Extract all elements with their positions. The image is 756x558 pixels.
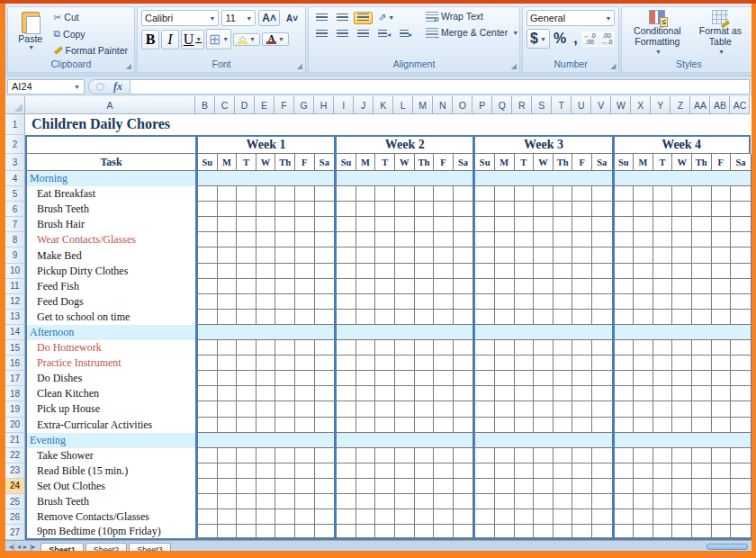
day-cell-W-row-22[interactable] — [534, 448, 554, 464]
day-cell-Sa-row-11[interactable] — [592, 279, 612, 294]
day-cell-W-row-11[interactable] — [256, 279, 276, 294]
day-cell-Su-row-18[interactable] — [337, 386, 356, 401]
day-cell-M-row-14[interactable] — [356, 325, 376, 340]
row-header-19[interactable]: 19 — [5, 401, 25, 417]
day-header-W[interactable]: W — [256, 154, 276, 171]
day-cell-T-row-23[interactable] — [515, 464, 535, 479]
day-cell-F-row-18[interactable] — [434, 386, 454, 401]
clipboard-dialog-launcher-icon[interactable]: ◢ — [126, 63, 131, 70]
row-header-20[interactable]: 20 — [5, 418, 25, 433]
day-cell-Th-row-8[interactable] — [275, 232, 295, 248]
day-cell-W-row-6[interactable] — [672, 202, 692, 217]
day-cell-Sa-row-26[interactable] — [454, 509, 473, 525]
day-cell-T-row-11[interactable] — [653, 279, 673, 294]
day-cell-Sa-row-9[interactable] — [315, 248, 335, 263]
number-dialog-launcher-icon[interactable]: ◢ — [610, 63, 616, 70]
day-cell-Su-row-21[interactable] — [198, 433, 218, 448]
day-cell-F-row-18[interactable] — [712, 386, 732, 401]
day-cell-F-row-17[interactable] — [572, 371, 592, 386]
day-cell-F-row-9[interactable] — [712, 248, 732, 263]
day-cell-M-row-10[interactable] — [218, 264, 238, 279]
day-cell-Th-row-18[interactable] — [275, 386, 295, 401]
day-cell-Su-row-25[interactable] — [337, 494, 356, 509]
day-cell-F-row-5[interactable] — [712, 186, 732, 202]
day-cell-W-row-23[interactable] — [534, 464, 554, 479]
day-cell-Sa-row-19[interactable] — [454, 401, 473, 417]
day-cell-Sa-row-20[interactable] — [592, 418, 612, 433]
day-cell-W-row-27[interactable] — [672, 525, 692, 538]
day-cell-F-row-11[interactable] — [712, 279, 732, 294]
day-cell-F-row-11[interactable] — [434, 279, 454, 294]
row-header-9[interactable]: 9 — [5, 248, 25, 263]
day-cell-Sa-row-12[interactable] — [454, 294, 473, 310]
format-painter-button[interactable]: Format Painter — [51, 44, 130, 57]
day-cell-Th-row-4[interactable] — [275, 171, 295, 186]
day-cell-W-row-13[interactable] — [256, 310, 276, 325]
day-cell-Th-row-22[interactable] — [415, 448, 435, 464]
day-cell-Su-row-13[interactable] — [615, 310, 634, 325]
day-cell-T-row-12[interactable] — [375, 294, 395, 310]
day-cell-W-row-19[interactable] — [672, 401, 692, 417]
first-sheet-icon[interactable]: ◂| — [9, 543, 14, 551]
day-cell-F-row-18[interactable] — [295, 386, 315, 401]
paste-button[interactable]: Paste ▼ — [12, 10, 50, 58]
task-cell[interactable]: Read Bible (15 min.) — [25, 464, 195, 479]
day-cell-W-row-4[interactable] — [256, 171, 276, 186]
day-cell-Su-row-23[interactable] — [337, 464, 356, 479]
day-cell-T-row-18[interactable] — [653, 386, 673, 401]
day-cell-Sa-row-15[interactable] — [315, 340, 335, 356]
day-cell-M-row-25[interactable] — [634, 494, 653, 509]
day-cell-M-row-11[interactable] — [356, 279, 376, 294]
day-cell-Su-row-27[interactable] — [615, 525, 634, 538]
column-header-B[interactable]: B — [195, 96, 215, 114]
day-cell-Su-row-23[interactable] — [475, 464, 495, 479]
column-header-X[interactable]: X — [631, 96, 651, 114]
day-cell-Sa-row-10[interactable] — [454, 264, 473, 279]
day-cell-Th-row-20[interactable] — [692, 418, 712, 433]
day-cell-Sa-row-5[interactable] — [731, 186, 751, 202]
day-cell-Sa-row-18[interactable] — [731, 386, 751, 401]
day-cell-Sa-row-20[interactable] — [454, 418, 473, 433]
day-cell-W-row-18[interactable] — [672, 386, 692, 401]
day-cell-W-row-13[interactable] — [395, 310, 415, 325]
day-cell-T-row-27[interactable] — [515, 525, 535, 538]
day-cell-F-row-17[interactable] — [434, 371, 454, 386]
day-cell-T-row-19[interactable] — [653, 401, 673, 417]
day-cell-Su-row-15[interactable] — [475, 340, 495, 356]
day-cell-F-row-25[interactable] — [572, 494, 592, 509]
day-cell-Th-row-25[interactable] — [554, 494, 573, 509]
day-cell-Su-row-16[interactable] — [475, 356, 495, 371]
day-cell-Su-row-26[interactable] — [198, 509, 218, 525]
task-cell[interactable]: Get to school on time — [25, 310, 195, 325]
bold-button[interactable]: B — [141, 30, 159, 50]
day-cell-T-row-13[interactable] — [653, 310, 673, 325]
day-cell-M-row-20[interactable] — [218, 418, 238, 433]
day-cell-M-row-22[interactable] — [495, 448, 515, 464]
day-cell-Th-row-10[interactable] — [415, 264, 435, 279]
day-cell-T-row-9[interactable] — [375, 248, 395, 263]
day-header-F[interactable]: F — [295, 154, 315, 171]
day-cell-Sa-row-24[interactable] — [315, 479, 335, 494]
day-cell-F-row-12[interactable] — [434, 294, 454, 310]
day-cell-T-row-4[interactable] — [237, 171, 256, 186]
day-cell-Sa-row-18[interactable] — [454, 386, 473, 401]
column-header-M[interactable]: M — [413, 96, 433, 114]
day-header-T[interactable]: T — [237, 154, 256, 171]
day-cell-F-row-26[interactable] — [572, 509, 592, 525]
day-cell-W-row-15[interactable] — [395, 340, 415, 356]
day-cell-Th-row-11[interactable] — [415, 279, 435, 294]
day-cell-Su-row-5[interactable] — [615, 186, 634, 202]
day-cell-Su-row-19[interactable] — [198, 401, 218, 417]
column-header-N[interactable]: N — [433, 96, 453, 114]
day-cell-T-row-26[interactable] — [653, 509, 673, 525]
day-cell-Sa-row-20[interactable] — [731, 418, 751, 433]
align-center-button[interactable] — [333, 28, 352, 40]
column-header-AB[interactable]: AB — [710, 96, 730, 114]
day-cell-Th-row-17[interactable] — [275, 371, 295, 386]
increase-indent-button[interactable]: ▸ — [396, 28, 416, 40]
day-cell-M-row-14[interactable] — [634, 325, 653, 340]
day-cell-F-row-13[interactable] — [434, 310, 454, 325]
day-cell-W-row-22[interactable] — [256, 448, 276, 464]
task-cell[interactable]: Do Homework — [25, 340, 195, 356]
day-cell-W-row-10[interactable] — [395, 264, 415, 279]
